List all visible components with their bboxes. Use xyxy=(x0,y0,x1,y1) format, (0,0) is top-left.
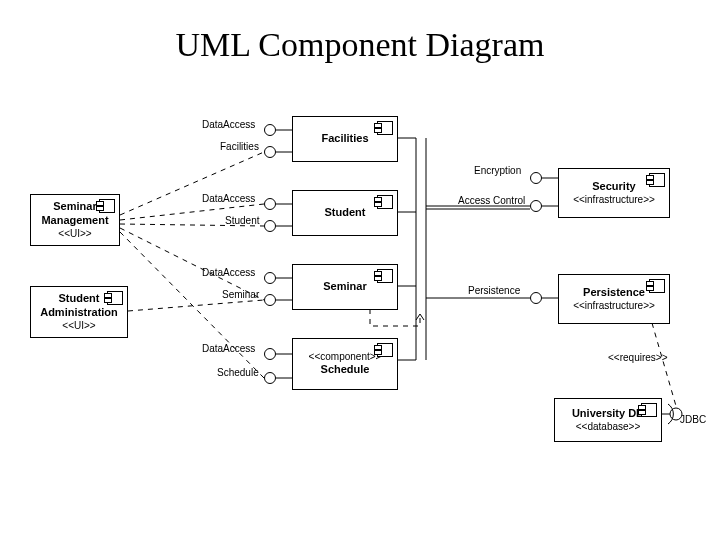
interface-dot xyxy=(264,348,276,360)
component-university-db: University DB <<database>> xyxy=(554,398,662,442)
interface-dot xyxy=(264,372,276,384)
page: UML Component Diagram Seminar Management… xyxy=(0,0,720,540)
component-icon xyxy=(649,279,665,293)
component-name: Facilities xyxy=(321,132,368,146)
svg-line-11 xyxy=(120,152,264,215)
component-icon xyxy=(377,343,393,357)
component-student: Student xyxy=(292,190,398,236)
interface-label: Seminar xyxy=(222,289,259,300)
component-student-administration: Student Administration <<UI>> xyxy=(30,286,128,338)
page-title: UML Component Diagram xyxy=(0,26,720,64)
interface-label: DataAccess xyxy=(202,193,255,204)
interface-dot xyxy=(264,124,276,136)
component-stereo: <<component>> xyxy=(309,351,382,364)
interface-label: JDBC xyxy=(680,414,706,425)
component-stereo: <<UI>> xyxy=(62,320,95,333)
component-icon xyxy=(107,291,123,305)
interface-dot xyxy=(530,172,542,184)
component-name: University DB xyxy=(572,407,644,421)
interface-dot xyxy=(264,198,276,210)
component-stereo: <<UI>> xyxy=(58,228,91,241)
component-icon xyxy=(377,269,393,283)
interface-dot xyxy=(264,294,276,306)
component-icon xyxy=(377,195,393,209)
component-seminar-management: Seminar Management <<UI>> xyxy=(30,194,120,246)
component-name: Persistence xyxy=(583,286,645,300)
interface-dot xyxy=(530,292,542,304)
interface-label: Encryption xyxy=(474,165,521,176)
svg-line-26 xyxy=(652,323,676,406)
interface-label: Student xyxy=(225,215,259,226)
component-seminar: Seminar xyxy=(292,264,398,310)
interface-dot xyxy=(264,220,276,232)
component-icon xyxy=(649,173,665,187)
interface-label: DataAccess xyxy=(202,119,255,130)
svg-line-15 xyxy=(120,232,264,378)
interface-label: DataAccess xyxy=(202,343,255,354)
component-facilities: Facilities xyxy=(292,116,398,162)
component-icon xyxy=(99,199,115,213)
component-stereo: <<database>> xyxy=(576,421,641,434)
svg-line-16 xyxy=(128,300,264,311)
component-stereo: <<infrastructure>> xyxy=(573,300,655,313)
component-name: Seminar xyxy=(323,280,366,294)
interface-label: <<requires>> xyxy=(608,352,668,363)
component-name: Schedule xyxy=(321,363,370,377)
interface-label: Schedule xyxy=(217,367,259,378)
interface-label: Persistence xyxy=(468,285,520,296)
component-persistence: Persistence <<infrastructure>> xyxy=(558,274,670,324)
interface-dot xyxy=(264,146,276,158)
component-schedule: <<component>> Schedule xyxy=(292,338,398,390)
component-stereo: <<infrastructure>> xyxy=(573,194,655,207)
interface-dot xyxy=(530,200,542,212)
component-name: Student xyxy=(325,206,366,220)
interface-dot xyxy=(264,272,276,284)
interface-label: DataAccess xyxy=(202,267,255,278)
component-security: Security <<infrastructure>> xyxy=(558,168,670,218)
interface-label: Access Control xyxy=(458,195,525,206)
component-icon xyxy=(377,121,393,135)
component-name: Security xyxy=(592,180,635,194)
component-icon xyxy=(641,403,657,417)
interface-label: Facilities xyxy=(220,141,259,152)
